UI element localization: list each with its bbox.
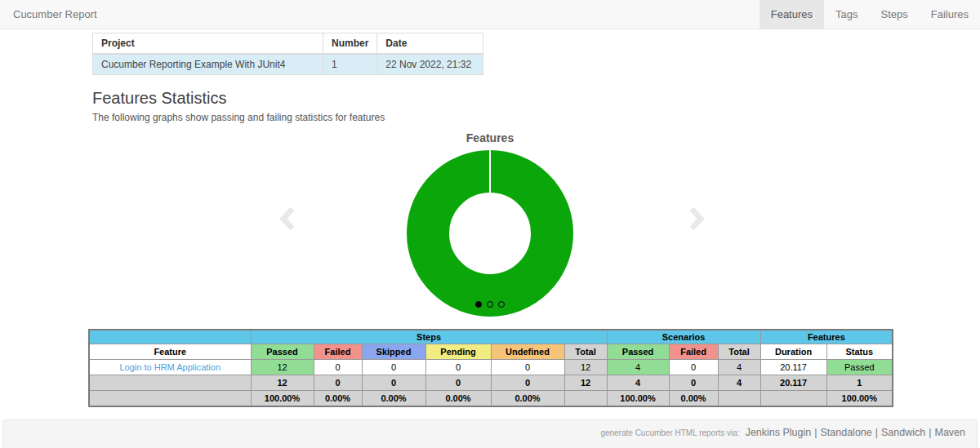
col-header-steps-failed: Failed xyxy=(314,344,362,360)
footer-separator: | xyxy=(875,427,878,438)
percent-steps-skipped: 0.00% xyxy=(362,391,425,406)
project-summary-table: Project Number Date Cucumber Reporting E… xyxy=(92,33,483,75)
carousel-dot-2[interactable] xyxy=(487,301,493,308)
project-table-row: Cucumber Reporting Example With JUnit4 1… xyxy=(93,54,483,75)
percent-scenarios-failed: 0.00% xyxy=(669,391,718,406)
scenarios-failed-cell: 0 xyxy=(669,360,718,375)
totals-duration: 20.117 xyxy=(760,375,826,391)
totals-row: 12 0 0 0 0 12 4 0 4 20.117 1 xyxy=(89,375,893,391)
col-header-steps-undefined: Undefined xyxy=(491,344,564,360)
steps-failed-cell: 0 xyxy=(314,360,362,375)
percent-feature-cell xyxy=(89,391,251,406)
totals-steps-undefined: 0 xyxy=(491,375,564,391)
steps-skipped-cell: 0 xyxy=(362,360,425,375)
app-title: Cucumber Report xyxy=(0,0,110,29)
totals-steps-failed: 0 xyxy=(314,375,362,391)
date-header: Date xyxy=(377,33,483,55)
totals-feature-cell xyxy=(89,375,251,391)
page-footer: generate Cucumber HTML reports via: Jenk… xyxy=(2,419,978,448)
footer-link-sandwich[interactable]: Sandwich xyxy=(881,427,925,438)
totals-steps-pending: 0 xyxy=(425,375,491,391)
group-header-scenarios: Scenarios xyxy=(607,330,760,344)
col-header-scenarios-passed: Passed xyxy=(607,344,669,360)
col-header-steps-skipped: Skipped xyxy=(362,344,425,360)
totals-steps-skipped: 0 xyxy=(362,375,425,391)
steps-total-cell: 12 xyxy=(564,360,607,375)
scenarios-passed-cell: 4 xyxy=(607,360,669,375)
nav-item-features[interactable]: Features xyxy=(760,0,824,29)
percent-duration xyxy=(760,391,826,406)
percent-scenarios-passed: 100.00% xyxy=(607,391,669,406)
navbar-menu: Features Tags Steps Failures xyxy=(760,0,980,29)
feature-link[interactable]: Login to HRM Application xyxy=(119,362,220,372)
carousel-next-arrow-icon[interactable] xyxy=(686,205,706,233)
footer-prefix-text: generate Cucumber HTML reports via: xyxy=(600,428,739,437)
col-header-scenarios-total: Total xyxy=(718,344,760,360)
nav-item-tags[interactable]: Tags xyxy=(824,0,869,29)
percent-steps-pending: 0.00% xyxy=(425,391,491,406)
features-statistics-table: Steps Scenarios Features Feature Passed … xyxy=(88,329,893,407)
col-header-duration: Duration xyxy=(760,344,826,360)
percent-status: 100.00% xyxy=(826,391,893,406)
steps-passed-cell: 12 xyxy=(251,360,314,375)
footer-separator: | xyxy=(929,427,931,438)
percent-scenarios-total xyxy=(718,391,760,406)
col-header-feature: Feature xyxy=(89,344,251,360)
footer-links: Jenkins Plugin|Standalone|Sandwich|Maven xyxy=(746,427,965,438)
steps-pending-cell: 0 xyxy=(425,360,491,375)
totals-scenarios-passed: 4 xyxy=(607,375,669,391)
group-header-empty xyxy=(89,330,251,344)
nav-item-failures[interactable]: Failures xyxy=(920,0,980,29)
percent-steps-undefined: 0.00% xyxy=(491,391,564,406)
carousel-prev-arrow-icon[interactable] xyxy=(278,205,298,233)
percent-steps-passed: 100.00% xyxy=(251,391,314,406)
page-title: Features Statistics xyxy=(92,89,227,108)
project-number-cell: 1 xyxy=(323,54,377,75)
percent-steps-failed: 0.00% xyxy=(314,391,362,406)
col-header-status: Status xyxy=(826,344,893,360)
chart-title: Features xyxy=(0,131,980,144)
group-header-steps: Steps xyxy=(251,330,607,344)
project-name-cell: Cucumber Reporting Example With JUnit4 xyxy=(93,54,323,75)
feature-data-row: Login to HRM Application 12 0 0 0 0 12 4… xyxy=(89,360,893,375)
duration-cell: 20.117 xyxy=(760,360,826,375)
features-donut-chart xyxy=(407,150,573,317)
col-header-steps-pending: Pending xyxy=(425,344,491,360)
percent-steps-total xyxy=(564,391,607,406)
totals-scenarios-failed: 0 xyxy=(669,375,718,391)
nav-item-steps[interactable]: Steps xyxy=(870,0,920,29)
feature-name-cell: Login to HRM Application xyxy=(89,360,251,375)
carousel-page-dots xyxy=(0,301,980,308)
page-subtitle: The following graphs show passing and fa… xyxy=(92,112,385,123)
top-navbar: Cucumber Report Features Tags Steps Fail… xyxy=(0,0,980,29)
carousel-dot-3[interactable] xyxy=(498,301,505,308)
footer-separator: | xyxy=(814,427,817,438)
col-header-steps-total: Total xyxy=(564,344,607,360)
totals-steps-passed: 12 xyxy=(251,375,314,391)
col-header-scenarios-failed: Failed xyxy=(669,344,718,360)
scenarios-total-cell: 4 xyxy=(718,360,760,375)
footer-link-jenkins-plugin[interactable]: Jenkins Plugin xyxy=(746,427,812,438)
totals-status: 1 xyxy=(826,375,893,391)
project-header: Project xyxy=(93,33,323,55)
donut-passed-slice xyxy=(407,150,573,317)
totals-scenarios-total: 4 xyxy=(718,375,760,391)
carousel-dot-1[interactable] xyxy=(475,301,482,308)
project-date-cell: 22 Nov 2022, 21:32 xyxy=(377,54,483,75)
percent-row: 100.00% 0.00% 0.00% 0.00% 0.00% 100.00% … xyxy=(89,391,893,406)
steps-undefined-cell: 0 xyxy=(491,360,564,375)
totals-steps-total: 12 xyxy=(564,375,607,391)
footer-link-maven[interactable]: Maven xyxy=(934,427,965,438)
column-header-row: Feature Passed Failed Skipped Pending Un… xyxy=(89,344,893,360)
col-header-steps-passed: Passed xyxy=(251,344,314,360)
status-cell: Passed xyxy=(826,360,893,375)
group-header-features: Features xyxy=(760,330,893,344)
group-header-row: Steps Scenarios Features xyxy=(89,330,893,344)
number-header: Number xyxy=(323,33,377,55)
project-table-header-row: Project Number Date xyxy=(93,33,483,55)
footer-link-standalone[interactable]: Standalone xyxy=(821,427,872,438)
